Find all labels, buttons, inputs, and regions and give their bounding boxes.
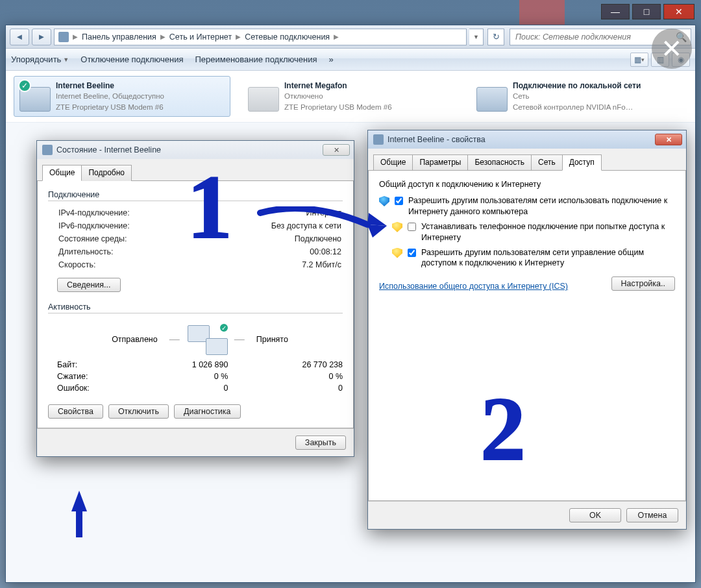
share-allow-row: Разрешить другим пользователям сети испо… — [379, 195, 675, 217]
overlay-close-icon: ✕ — [652, 29, 692, 69]
address-dropdown[interactable]: ▼ — [469, 29, 484, 45]
tab-details[interactable]: Подробно — [81, 165, 132, 181]
connections-list: ✓ Internet Beeline Internet Beeline, Общ… — [6, 71, 695, 123]
window-close-button[interactable]: ✕ — [663, 4, 695, 19]
dialog-titlebar[interactable]: Internet Beeline - свойства ✕ — [368, 130, 686, 149]
ok-button[interactable]: OK — [569, 508, 621, 522]
received-label: Принято — [256, 335, 288, 344]
organize-label: Упорядочить — [11, 55, 61, 64]
disable-connection-button[interactable]: Отключение подключения — [80, 55, 183, 64]
shield-icon — [379, 196, 389, 206]
allow-control-row: Разрешить другим пользователям сети упра… — [392, 247, 675, 269]
connection-device: ZTE Proprietary USB Modem #6 — [56, 103, 164, 111]
ipv4-value: Интернет — [306, 208, 341, 217]
bytes-recv: 26 770 238 — [247, 360, 343, 369]
window-maximize-button[interactable]: □ — [632, 4, 661, 19]
compression-label: Сжатие: — [57, 372, 153, 381]
tab-security[interactable]: Безопасность — [467, 154, 532, 171]
properties-button[interactable]: Свойства — [48, 404, 103, 419]
group-connection-label: Подключение — [48, 190, 343, 199]
sharing-group-label: Общий доступ к подключению к Интернету — [379, 180, 675, 189]
compression-recv: 0 % — [247, 372, 343, 381]
share-allow-checkbox[interactable] — [395, 197, 403, 205]
refresh-button[interactable]: ↻ — [487, 29, 504, 45]
ipv6-label: IPv6-подключение: — [58, 221, 130, 230]
allow-control-checkbox[interactable] — [408, 249, 416, 257]
properties-tabs: Общие Параметры Безопасность Сеть Доступ — [368, 149, 686, 170]
connection-item[interactable]: ✓ Internet Beeline Internet Beeline, Общ… — [14, 76, 230, 117]
chevron-down-icon: ▼ — [63, 56, 69, 63]
ics-help-link[interactable]: Использование общего доступа к Интернету… — [379, 282, 568, 291]
dial-on-demand-checkbox[interactable] — [408, 223, 416, 231]
chevron-right-icon: ▶ — [334, 33, 339, 40]
chevron-right-icon: ▶ — [160, 33, 166, 40]
duration-label: Длительность: — [58, 247, 114, 256]
crumb-part[interactable]: Панель управления — [82, 32, 156, 42]
cancel-button[interactable]: Отмена — [626, 508, 678, 522]
tab-sharing[interactable]: Доступ — [562, 154, 602, 171]
connection-icon: ✓ — [19, 80, 51, 112]
tab-parameters[interactable]: Параметры — [412, 154, 468, 171]
rename-label: Переименование подключения — [195, 55, 317, 64]
address-bar: ◄ ► ▶ Панель управления ▶ Сеть и Интерне… — [6, 25, 695, 49]
command-bar: Упорядочить ▼ Отключение подключения Пер… — [6, 49, 695, 71]
compression-sent: 0 % — [153, 372, 248, 381]
view-options-button[interactable]: ▦▾ — [630, 53, 648, 67]
tab-general[interactable]: Общие — [42, 165, 82, 181]
activity-icon: ✓ — [186, 324, 228, 355]
dialog-titlebar[interactable]: Состояние - Internet Beeline ✕ — [37, 141, 354, 159]
tab-general[interactable]: Общие — [373, 154, 413, 171]
disable-label: Отключение подключения — [80, 55, 183, 64]
window-minimize-button[interactable]: — — [601, 4, 630, 19]
close-button[interactable]: Закрыть — [295, 435, 346, 450]
shield-icon — [392, 222, 402, 232]
dialog-title: Internet Beeline - свойства — [387, 135, 486, 144]
rename-connection-button[interactable]: Переименование подключения — [195, 55, 317, 64]
more-label: » — [329, 55, 334, 64]
settings-button[interactable]: Настройка.. — [611, 276, 675, 291]
errors-sent: 0 — [153, 384, 248, 393]
connection-text: Подключение по локальной сети Сеть Сетев… — [513, 80, 641, 112]
dial-on-demand-label: Устанавливать телефонное подключение при… — [421, 221, 675, 243]
sent-label: Отправлено — [112, 335, 158, 344]
connection-item[interactable]: Подключение по локальной сети Сеть Сетев… — [471, 76, 687, 117]
ipv6-value: Без доступа к сети — [271, 221, 341, 230]
errors-recv: 0 — [247, 384, 343, 393]
properties-dialog: Internet Beeline - свойства ✕ Общие Пара… — [367, 130, 687, 530]
allow-control-label: Разрешить другим пользователям сети упра… — [421, 247, 675, 269]
dial-on-demand-row: Устанавливать телефонное подключение при… — [392, 221, 675, 243]
crumb-part[interactable]: Сеть и Интернет — [169, 32, 232, 42]
location-icon — [58, 32, 69, 42]
connection-icon — [476, 80, 508, 112]
speed-value: 7.2 Мбит/с — [302, 260, 341, 269]
media-value: Подключено — [295, 234, 341, 243]
status-tabs: Общие Подробно — [37, 159, 354, 180]
connection-device: Сетевой контроллер NVIDIA nFo… — [513, 103, 633, 111]
duration-value: 00:08:12 — [310, 247, 341, 256]
connection-name: Internet Megafon — [284, 81, 347, 90]
nav-back-button[interactable]: ◄ — [10, 29, 29, 45]
details-button[interactable]: Сведения... — [57, 278, 121, 292]
connection-text: Internet Beeline Internet Beeline, Общед… — [56, 80, 164, 112]
crumb-part[interactable]: Сетевые подключения — [245, 32, 330, 42]
shield-icon — [392, 248, 402, 258]
toolbar-overflow[interactable]: » — [329, 55, 334, 64]
connection-status: Internet Beeline, Общедоступно — [56, 92, 164, 100]
breadcrumb[interactable]: ▶ Панель управления ▶ Сеть и Интернет ▶ … — [54, 29, 467, 45]
diagnose-button[interactable]: Диагностика — [174, 404, 240, 419]
dialog-close-button[interactable]: ✕ — [323, 144, 350, 156]
chevron-right-icon: ▶ — [73, 33, 78, 40]
dialog-close-button[interactable]: ✕ — [655, 134, 682, 145]
connection-icon — [248, 80, 279, 112]
nav-forward-button[interactable]: ► — [32, 29, 51, 45]
connection-status: Сеть — [513, 92, 530, 100]
connection-item[interactable]: Internet Megafon Отключено ZTE Proprieta… — [242, 76, 459, 117]
errors-label: Ошибок: — [57, 384, 153, 393]
ipv4-label: IPv4-подключение: — [58, 208, 130, 217]
status-dialog: Состояние - Internet Beeline ✕ Общие Под… — [36, 140, 354, 457]
disconnect-button[interactable]: Отключить — [108, 404, 169, 419]
dialog-icon — [373, 134, 384, 145]
dialog-title: Состояние - Internet Beeline — [56, 145, 161, 154]
organize-menu[interactable]: Упорядочить ▼ — [11, 55, 69, 64]
tab-network[interactable]: Сеть — [531, 154, 563, 171]
